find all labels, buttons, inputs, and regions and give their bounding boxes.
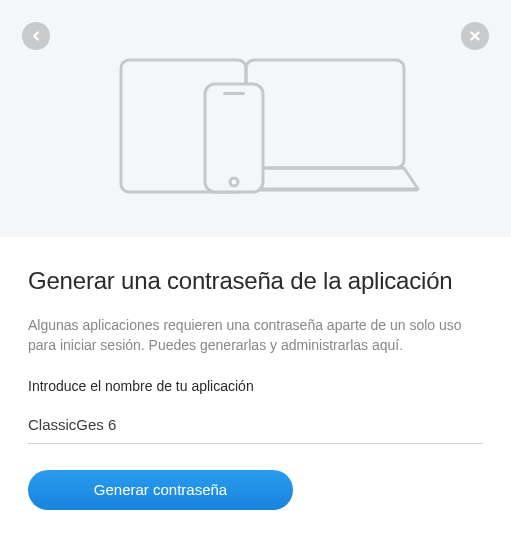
app-name-label: Introduce el nombre de tu aplicación — [28, 378, 483, 394]
back-button[interactable] — [22, 22, 50, 50]
app-name-input[interactable] — [28, 412, 483, 444]
svg-rect-5 — [205, 84, 263, 192]
svg-rect-7 — [223, 92, 245, 95]
content-section: Generar una contraseña de la aplicación … — [0, 237, 511, 528]
close-button[interactable] — [461, 22, 489, 50]
page-title: Generar una contraseña de la aplicación — [28, 267, 483, 295]
chevron-left-icon — [29, 29, 43, 43]
devices-illustration — [66, 44, 446, 204]
generate-password-button[interactable]: Generar contraseña — [28, 470, 293, 510]
svg-rect-3 — [246, 60, 404, 168]
close-icon — [468, 29, 482, 43]
page-description: Algunas aplicaciones requieren una contr… — [28, 315, 483, 356]
hero-section — [0, 0, 511, 237]
